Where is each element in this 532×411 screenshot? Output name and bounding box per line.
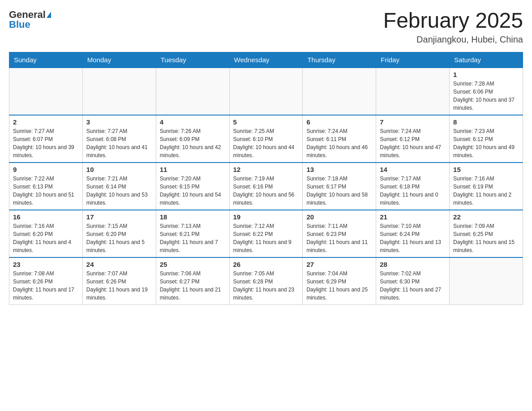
day-info: Sunrise: 7:25 AMSunset: 6:10 PMDaylight:… <box>233 127 299 159</box>
calendar-cell: 24Sunrise: 7:07 AMSunset: 6:26 PMDayligh… <box>82 257 156 305</box>
calendar-header-saturday: Saturday <box>450 52 523 68</box>
day-info: Sunrise: 7:05 AMSunset: 6:28 PMDaylight:… <box>233 270 299 302</box>
calendar-cell: 6Sunrise: 7:24 AMSunset: 6:11 PMDaylight… <box>303 115 376 163</box>
calendar-cell: 13Sunrise: 7:18 AMSunset: 6:17 PMDayligh… <box>303 163 376 210</box>
calendar-cell: 5Sunrise: 7:25 AMSunset: 6:10 PMDaylight… <box>229 115 303 163</box>
calendar-cell: 1Sunrise: 7:28 AMSunset: 6:06 PMDaylight… <box>450 68 523 115</box>
calendar-cell: 25Sunrise: 7:06 AMSunset: 6:27 PMDayligh… <box>156 257 229 305</box>
title-block: February 2025 Danjiangkou, Hubei, China <box>383 9 523 45</box>
calendar-cell: 12Sunrise: 7:19 AMSunset: 6:16 PMDayligh… <box>229 163 303 210</box>
day-number: 12 <box>233 166 299 173</box>
day-info: Sunrise: 7:13 AMSunset: 6:21 PMDaylight:… <box>160 222 226 254</box>
calendar-cell: 8Sunrise: 7:23 AMSunset: 6:12 PMDaylight… <box>450 115 523 163</box>
day-number: 8 <box>453 118 519 126</box>
day-number: 25 <box>160 261 226 268</box>
day-info: Sunrise: 7:24 AMSunset: 6:11 PMDaylight:… <box>306 127 372 159</box>
day-info: Sunrise: 7:08 AMSunset: 6:26 PMDaylight:… <box>13 270 79 302</box>
day-info: Sunrise: 7:18 AMSunset: 6:17 PMDaylight:… <box>306 175 372 207</box>
calendar-cell: 22Sunrise: 7:09 AMSunset: 6:25 PMDayligh… <box>450 210 523 257</box>
day-info: Sunrise: 7:02 AMSunset: 6:30 PMDaylight:… <box>380 270 446 302</box>
calendar-cell: 14Sunrise: 7:17 AMSunset: 6:18 PMDayligh… <box>376 163 450 210</box>
calendar-cell: 27Sunrise: 7:04 AMSunset: 6:29 PMDayligh… <box>303 257 376 305</box>
calendar-cell: 26Sunrise: 7:05 AMSunset: 6:28 PMDayligh… <box>229 257 303 305</box>
calendar-cell <box>156 68 229 115</box>
day-number: 9 <box>13 166 79 173</box>
calendar-cell: 21Sunrise: 7:10 AMSunset: 6:24 PMDayligh… <box>376 210 450 257</box>
calendar-cell: 9Sunrise: 7:22 AMSunset: 6:13 PMDaylight… <box>9 163 83 210</box>
day-number: 28 <box>380 261 446 268</box>
calendar-table: SundayMondayTuesdayWednesdayThursdayFrid… <box>9 52 523 305</box>
calendar-cell: 23Sunrise: 7:08 AMSunset: 6:26 PMDayligh… <box>9 257 83 305</box>
month-title: February 2025 <box>383 9 523 33</box>
calendar-cell: 4Sunrise: 7:26 AMSunset: 6:09 PMDaylight… <box>156 115 229 163</box>
day-number: 20 <box>306 213 372 221</box>
day-number: 5 <box>233 118 299 126</box>
day-info: Sunrise: 7:17 AMSunset: 6:18 PMDaylight:… <box>380 175 446 207</box>
day-number: 16 <box>13 213 79 221</box>
day-info: Sunrise: 7:15 AMSunset: 6:20 PMDaylight:… <box>86 222 152 254</box>
day-info: Sunrise: 7:12 AMSunset: 6:22 PMDaylight:… <box>233 222 299 254</box>
calendar-week-row: 2Sunrise: 7:27 AMSunset: 6:07 PMDaylight… <box>9 115 523 163</box>
day-number: 26 <box>233 261 299 268</box>
day-number: 11 <box>160 166 226 173</box>
day-number: 23 <box>13 261 79 268</box>
calendar-cell: 2Sunrise: 7:27 AMSunset: 6:07 PMDaylight… <box>9 115 83 163</box>
day-number: 21 <box>380 213 446 221</box>
day-number: 10 <box>86 166 152 173</box>
day-number: 15 <box>453 166 519 173</box>
logo-blue-text: Blue <box>9 19 30 30</box>
calendar-week-row: 23Sunrise: 7:08 AMSunset: 6:26 PMDayligh… <box>9 257 523 305</box>
day-number: 6 <box>306 118 372 126</box>
day-number: 3 <box>86 118 152 126</box>
page-header: General Blue February 2025 Danjiangkou, … <box>9 9 523 45</box>
calendar-week-row: 1Sunrise: 7:28 AMSunset: 6:06 PMDaylight… <box>9 68 523 115</box>
calendar-cell: 17Sunrise: 7:15 AMSunset: 6:20 PMDayligh… <box>82 210 156 257</box>
calendar-cell: 15Sunrise: 7:16 AMSunset: 6:19 PMDayligh… <box>450 163 523 210</box>
calendar-header-row: SundayMondayTuesdayWednesdayThursdayFrid… <box>9 52 523 68</box>
calendar-cell <box>229 68 303 115</box>
calendar-cell: 3Sunrise: 7:27 AMSunset: 6:08 PMDaylight… <box>82 115 156 163</box>
calendar-cell <box>82 68 156 115</box>
day-number: 14 <box>380 166 446 173</box>
calendar-cell: 11Sunrise: 7:20 AMSunset: 6:15 PMDayligh… <box>156 163 229 210</box>
calendar-cell: 28Sunrise: 7:02 AMSunset: 6:30 PMDayligh… <box>376 257 450 305</box>
logo-triangle-icon <box>47 12 51 18</box>
calendar-header-monday: Monday <box>82 52 156 68</box>
calendar-cell: 20Sunrise: 7:11 AMSunset: 6:23 PMDayligh… <box>303 210 376 257</box>
location-text: Danjiangkou, Hubei, China <box>383 34 523 45</box>
calendar-cell <box>376 68 450 115</box>
calendar-cell <box>450 257 523 305</box>
day-number: 17 <box>86 213 152 221</box>
calendar-week-row: 16Sunrise: 7:16 AMSunset: 6:20 PMDayligh… <box>9 210 523 257</box>
day-info: Sunrise: 7:19 AMSunset: 6:16 PMDaylight:… <box>233 175 299 207</box>
calendar-week-row: 9Sunrise: 7:22 AMSunset: 6:13 PMDaylight… <box>9 163 523 210</box>
day-number: 24 <box>86 261 152 268</box>
calendar-cell: 10Sunrise: 7:21 AMSunset: 6:14 PMDayligh… <box>82 163 156 210</box>
day-info: Sunrise: 7:26 AMSunset: 6:09 PMDaylight:… <box>160 127 226 159</box>
day-info: Sunrise: 7:27 AMSunset: 6:08 PMDaylight:… <box>86 127 152 159</box>
day-number: 27 <box>306 261 372 268</box>
logo: General Blue <box>9 9 51 30</box>
day-info: Sunrise: 7:21 AMSunset: 6:14 PMDaylight:… <box>86 175 152 207</box>
day-number: 18 <box>160 213 226 221</box>
day-info: Sunrise: 7:07 AMSunset: 6:26 PMDaylight:… <box>86 270 152 302</box>
day-info: Sunrise: 7:20 AMSunset: 6:15 PMDaylight:… <box>160 175 226 207</box>
day-info: Sunrise: 7:16 AMSunset: 6:19 PMDaylight:… <box>453 175 519 207</box>
day-info: Sunrise: 7:23 AMSunset: 6:12 PMDaylight:… <box>453 127 519 159</box>
day-number: 13 <box>306 166 372 173</box>
calendar-header-friday: Friday <box>376 52 450 68</box>
calendar-cell: 16Sunrise: 7:16 AMSunset: 6:20 PMDayligh… <box>9 210 83 257</box>
day-number: 7 <box>380 118 446 126</box>
day-info: Sunrise: 7:11 AMSunset: 6:23 PMDaylight:… <box>306 222 372 254</box>
calendar-cell: 19Sunrise: 7:12 AMSunset: 6:22 PMDayligh… <box>229 210 303 257</box>
calendar-header-thursday: Thursday <box>303 52 376 68</box>
day-info: Sunrise: 7:27 AMSunset: 6:07 PMDaylight:… <box>13 127 79 159</box>
day-info: Sunrise: 7:28 AMSunset: 6:06 PMDaylight:… <box>453 80 519 112</box>
day-number: 22 <box>453 213 519 221</box>
calendar-cell <box>303 68 376 115</box>
day-info: Sunrise: 7:22 AMSunset: 6:13 PMDaylight:… <box>13 175 79 207</box>
calendar-header-tuesday: Tuesday <box>156 52 229 68</box>
day-number: 2 <box>13 118 79 126</box>
day-info: Sunrise: 7:09 AMSunset: 6:25 PMDaylight:… <box>453 222 519 254</box>
day-info: Sunrise: 7:24 AMSunset: 6:12 PMDaylight:… <box>380 127 446 159</box>
